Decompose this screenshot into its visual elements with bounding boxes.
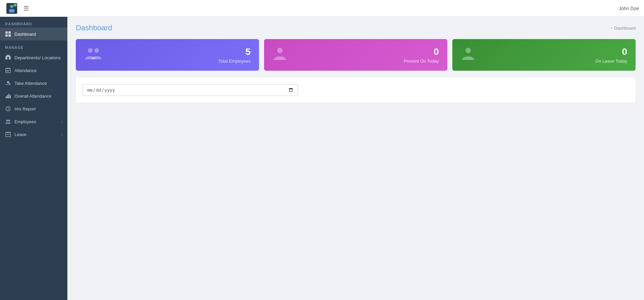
svg-point-35: [465, 48, 471, 53]
sidebar-item-dashboard[interactable]: Dashboard: [0, 28, 67, 40]
svg-rect-31: [6, 134, 10, 135]
employees-icon: [5, 119, 11, 125]
stat-card-on-leave: 0 On Leave Today: [452, 39, 636, 71]
take-attendance-icon: [5, 80, 11, 86]
svg-point-2: [10, 5, 13, 8]
sidebar-item-overall-attendance-label: Overall Attendance: [14, 94, 62, 99]
stat-card-present-today: 0 Present On Today: [264, 39, 447, 71]
leave-chevron-icon: ›: [61, 133, 62, 136]
svg-rect-9: [8, 34, 11, 37]
sidebar-item-hrs-report[interactable]: Hrs Report: [0, 102, 67, 115]
attendance-icon: [5, 67, 11, 73]
present-today-info: 0 Present On Today: [404, 46, 439, 64]
main-layout: DASHBOARD Dashboard MANAGE: [0, 17, 644, 300]
svg-point-34: [277, 48, 283, 53]
svg-rect-16: [6, 70, 10, 71]
svg-rect-30: [9, 132, 9, 133]
sidebar-item-leave[interactable]: Leave ›: [0, 128, 67, 141]
sidebar-item-employees[interactable]: Employees ›: [0, 115, 67, 128]
dashboard-icon: [5, 31, 11, 37]
sidebar-item-departments[interactable]: Departments/ Locations: [0, 51, 67, 64]
sidebar-item-dashboard-label: Dashboard: [14, 32, 62, 37]
main-content: Dashboard > Dashboard 5: [67, 17, 644, 300]
logo: ✓: [5, 2, 19, 15]
svg-rect-3: [9, 9, 14, 12]
svg-line-25: [8, 109, 9, 109]
sidebar-item-departments-label: Departments/ Locations: [14, 55, 62, 60]
breadcrumb-current: Dashboard: [614, 26, 636, 31]
logo-icon: ✓: [5, 2, 19, 15]
present-today-label: Present On Today: [404, 59, 439, 64]
departments-icon: [5, 55, 11, 61]
on-leave-label: On Leave Today: [595, 59, 627, 64]
svg-rect-22: [10, 95, 11, 98]
svg-rect-17: [6, 71, 9, 72]
page-header: Dashboard > Dashboard: [76, 24, 636, 32]
user-name-text: John Doe: [619, 6, 639, 11]
sidebar-item-attendance[interactable]: Attendance: [0, 64, 67, 77]
date-filter-box: [76, 77, 636, 103]
svg-point-26: [6, 120, 8, 122]
stats-row: 5 Total Employees 0 Present On Today: [76, 39, 636, 71]
overall-attendance-icon: [5, 93, 11, 99]
svg-rect-14: [7, 68, 7, 69]
svg-rect-6: [5, 31, 8, 34]
svg-point-27: [8, 120, 10, 122]
sidebar-item-employees-label: Employees: [14, 119, 58, 124]
svg-point-33: [94, 48, 99, 53]
total-employees-number: 5: [219, 46, 251, 57]
on-leave-icon: [461, 46, 476, 64]
page-title: Dashboard: [76, 24, 112, 32]
sidebar-item-leave-label: Leave: [14, 132, 58, 137]
svg-rect-20: [7, 95, 8, 98]
svg-rect-19: [6, 96, 7, 98]
sidebar-item-attendance-label: Attendance: [14, 68, 62, 73]
sidebar-section-dashboard: DASHBOARD: [0, 17, 67, 28]
present-today-number: 0: [404, 46, 439, 57]
stat-card-total-employees: 5 Total Employees: [76, 39, 259, 71]
total-employees-info: 5 Total Employees: [219, 46, 251, 64]
sidebar: DASHBOARD Dashboard MANAGE: [0, 17, 67, 300]
on-leave-info: 0 On Leave Today: [595, 46, 627, 64]
total-employees-icon: [84, 46, 103, 64]
employees-chevron-icon: ›: [61, 120, 62, 124]
svg-rect-21: [8, 94, 9, 98]
top-navbar: ✓ ☰ John Doe: [0, 0, 644, 17]
sidebar-section-manage: MANAGE: [0, 40, 67, 51]
sidebar-item-take-attendance-label: Take Attendance: [14, 81, 62, 86]
present-today-icon: [272, 46, 288, 64]
svg-point-32: [88, 48, 93, 53]
svg-rect-8: [5, 34, 8, 37]
sidebar-item-hrs-report-label: Hrs Report: [14, 106, 62, 111]
hamburger-button[interactable]: ☰: [24, 5, 29, 12]
total-employees-label: Total Employees: [219, 59, 251, 64]
sidebar-item-overall-attendance[interactable]: Overall Attendance: [0, 90, 67, 102]
svg-rect-7: [8, 31, 11, 34]
on-leave-number: 0: [595, 46, 627, 57]
svg-text:✓: ✓: [14, 4, 17, 6]
navbar-left: ✓ ☰: [5, 2, 29, 15]
hrs-report-icon: [5, 106, 11, 112]
sidebar-item-take-attendance[interactable]: Take Attendance: [0, 77, 67, 90]
user-name-display: John Doe: [619, 5, 639, 11]
svg-rect-12: [6, 55, 10, 57]
breadcrumb: > Dashboard: [611, 26, 636, 31]
date-filter-input[interactable]: [83, 84, 298, 96]
breadcrumb-chevron-icon: >: [611, 26, 613, 30]
leave-icon: [5, 131, 11, 137]
svg-point-18: [7, 81, 9, 83]
svg-rect-29: [7, 132, 7, 133]
svg-rect-15: [9, 68, 9, 69]
